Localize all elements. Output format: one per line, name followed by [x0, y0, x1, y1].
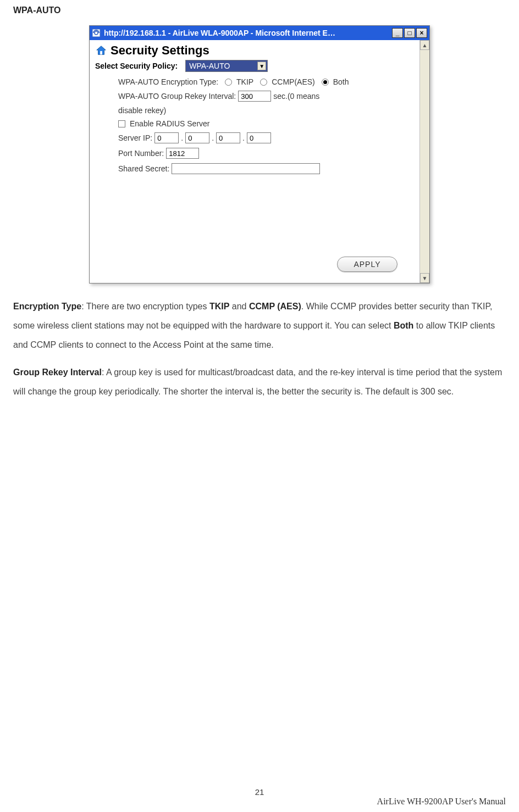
svg-rect-3 — [100, 51, 102, 54]
encryption-type-row: WPA-AUTO Encryption Type: TKIP CCMP(AES)… — [118, 77, 414, 86]
home-icon — [95, 45, 107, 57]
minimize-button[interactable]: _ — [392, 28, 403, 38]
enc-type-term: Encryption Type — [13, 302, 81, 311]
section-heading: WPA-AUTO — [13, 5, 506, 15]
browser-window: http://192.168.1.1 - AirLive WLA-9000AP … — [89, 25, 430, 283]
maximize-button[interactable]: □ — [404, 28, 415, 38]
chevron-down-icon: ▼ — [257, 62, 266, 70]
scroll-down-icon[interactable]: ▼ — [420, 273, 429, 283]
rekey-label: WPA-AUTO Group Rekey Interval: — [118, 92, 236, 101]
settings-heading-row: Secruity Settings — [95, 43, 414, 58]
page-number: 21 — [0, 787, 519, 797]
rekey-term: Group Rekey Interval — [13, 368, 102, 377]
scroll-up-icon[interactable]: ▲ — [420, 40, 429, 50]
rekey-interval-row: WPA-AUTO Group Rekey Interval: sec.(0 me… — [118, 91, 414, 102]
enable-radius-checkbox[interactable] — [118, 120, 125, 127]
policy-label: Select Security Policy: — [95, 62, 178, 70]
server-ip-row: Server IP: . . . — [118, 132, 414, 143]
radio-both-label: Both — [333, 77, 349, 86]
port-number-input[interactable] — [166, 148, 199, 159]
radio-tkip-label: TKIP — [236, 77, 253, 86]
radio-both[interactable] — [322, 79, 329, 86]
window-controls: _ □ × — [392, 28, 427, 38]
shared-secret-label: Shared Secret: — [118, 164, 169, 173]
rekey-unit: sec.(0 means — [273, 92, 319, 101]
shared-secret-input[interactable] — [172, 163, 320, 174]
policy-select-value: WPA-AUTO — [189, 62, 230, 70]
close-button[interactable]: × — [416, 28, 427, 38]
ie-icon — [92, 29, 101, 37]
enable-radius-label: Enable RADIUS Server — [130, 119, 210, 128]
server-ip-2[interactable] — [185, 132, 209, 143]
manual-title: AirLive WH-9200AP User's Manual — [377, 797, 506, 807]
apply-button[interactable]: APPLY — [337, 257, 397, 272]
titlebar: http://192.168.1.1 - AirLive WLA-9000AP … — [90, 26, 429, 40]
shared-secret-row: Shared Secret: — [118, 163, 414, 174]
rekey-interval-input[interactable] — [238, 91, 271, 102]
encryption-type-label: WPA-AUTO Encryption Type: — [118, 77, 218, 86]
radio-tkip[interactable] — [225, 79, 232, 86]
port-number-label: Port Number: — [118, 149, 164, 158]
body-text: Encryption Type: There are two encryptio… — [13, 297, 506, 401]
radio-ccmp-label: CCMP(AES) — [272, 77, 315, 86]
port-number-row: Port Number: — [118, 148, 414, 159]
enable-radius-row: Enable RADIUS Server — [118, 119, 414, 128]
server-ip-label: Server IP: — [118, 134, 152, 142]
window-title: http://192.168.1.1 - AirLive WLA-9000AP … — [104, 29, 392, 37]
server-ip-3[interactable] — [216, 132, 240, 143]
rekey-interval-row-2: disable rekey) — [118, 106, 414, 115]
rekey-note: disable rekey) — [118, 106, 166, 115]
scrollbar[interactable]: ▲ ▼ — [419, 40, 429, 283]
radio-ccmp[interactable] — [260, 79, 267, 86]
policy-select[interactable]: WPA-AUTO ▼ — [185, 60, 268, 72]
server-ip-1[interactable] — [154, 132, 179, 143]
settings-heading: Secruity Settings — [111, 43, 209, 58]
server-ip-4[interactable] — [247, 132, 271, 143]
